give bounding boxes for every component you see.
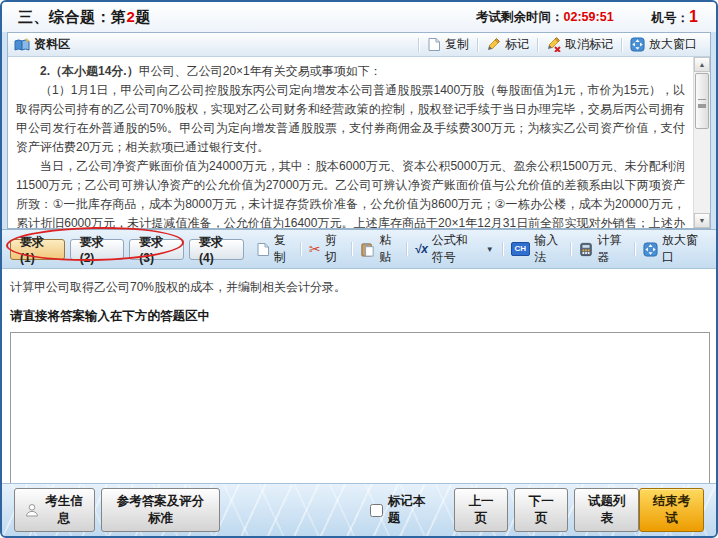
candidate-info-button[interactable]: 考生信息 <box>14 488 95 532</box>
calculator-label: 计算器 <box>597 232 626 266</box>
exam-window: 三、综合题：第2题 考试剩余时间：02:59:51 机号：1 资料区 复制 <box>0 0 718 538</box>
material-intro-rest: 甲公司、乙公司20×1年有关交易或事项如下： <box>139 64 382 78</box>
exam-timer: 考试剩余时间：02:59:51 <box>476 9 614 26</box>
material-header: 资料区 复制 标记 取消标记 <box>8 33 710 57</box>
question-list-label: 试题列表 <box>585 493 628 527</box>
end-exam-button[interactable]: 结束考试 <box>639 488 704 532</box>
paste-button[interactable]: 粘贴 <box>353 230 404 268</box>
unmark-icon <box>546 37 561 52</box>
cut-button[interactable]: ✂ 剪切 <box>302 230 350 268</box>
next-page-label: 下一页 <box>525 493 557 527</box>
tab-requirement-4[interactable]: 要求(4) <box>189 239 244 260</box>
formula-icon: √x <box>415 242 428 256</box>
material-scrollbar[interactable]: ▲ ▼ <box>693 57 710 228</box>
mark-button[interactable]: 标记 <box>479 34 536 55</box>
timer-label: 考试剩余时间： <box>476 10 564 24</box>
copy-label: 复制 <box>445 36 469 53</box>
scrollbar-grip <box>698 99 706 104</box>
prev-page-button[interactable]: 上一页 <box>454 488 508 532</box>
mark-question-checkbox[interactable] <box>370 504 383 517</box>
answer-enlarge-label: 放大窗口 <box>662 232 701 266</box>
tab-requirement-2[interactable]: 要求(2) <box>70 239 125 260</box>
timer-value: 02:59:51 <box>564 10 614 24</box>
scroll-up-arrow[interactable]: ▲ <box>694 57 710 72</box>
enlarge-window-button[interactable]: 放大窗口 <box>623 34 704 55</box>
reference-answer-button[interactable]: 参考答案及评分标准 <box>101 488 219 532</box>
footer-bar: 考生信息 参考答案及评分标准 标记本题 上一页 下一页 试题列表 结束考试 <box>2 483 716 536</box>
toolbar-divider <box>570 242 571 256</box>
answer-textarea[interactable] <box>10 332 710 483</box>
enlarge-window-icon <box>630 37 645 52</box>
candidate-info-label: 考生信息 <box>44 493 84 527</box>
machine-label: 机号： <box>652 11 690 25</box>
formula-label: 公式和符号 <box>432 232 480 266</box>
material-paragraph: （1）1月1日，甲公司向乙公司控股股东丙公司定向增发本公司普通股股票1400万股… <box>16 81 685 157</box>
material-intro: 2.（本小题14分.）甲公司、乙公司20×1年有关交易或事项如下： <box>16 62 685 81</box>
calculator-icon <box>579 242 593 257</box>
scrollbar-track[interactable] <box>694 130 710 213</box>
copy-button[interactable]: 复制 <box>420 34 476 55</box>
toolbar-divider <box>477 38 478 52</box>
copy-icon <box>256 242 270 257</box>
question-list-button[interactable]: 试题列表 <box>574 488 639 532</box>
enlarge-label: 放大窗口 <box>649 36 697 53</box>
ime-label: 输入法 <box>534 232 562 266</box>
calculator-button[interactable]: 计算器 <box>572 230 633 268</box>
paste-icon <box>360 242 375 257</box>
prev-page-label: 上一页 <box>465 493 497 527</box>
cut-label: 剪切 <box>325 232 344 266</box>
answer-toolbar: 复制 ✂ 剪切 粘贴 √x 公式和符号 ▼ CH 输入法 <box>249 230 708 268</box>
answer-copy-label: 复制 <box>274 232 292 266</box>
toolbar-divider <box>418 38 419 52</box>
toolbar-divider <box>621 38 622 52</box>
mark-question-label: 标记本题 <box>388 493 428 527</box>
material-panel-title: 资料区 <box>34 36 70 53</box>
book-icon <box>14 38 30 52</box>
reference-answer-label: 参考答案及评分标准 <box>112 493 208 527</box>
scissors-icon: ✂ <box>309 242 321 256</box>
toolbar-divider <box>351 242 352 256</box>
toolbar-divider <box>300 242 301 256</box>
mark-label: 标记 <box>505 36 529 53</box>
enlarge-window-icon <box>643 242 658 257</box>
page-title: 三、综合题：第2题 <box>18 8 151 27</box>
scrollbar-thumb[interactable] <box>695 73 709 129</box>
answer-enlarge-window-button[interactable]: 放大窗口 <box>636 230 708 268</box>
tab-requirement-1[interactable]: 要求(1) <box>10 239 65 260</box>
input-method-button[interactable]: CH 输入法 <box>504 230 570 268</box>
toolbar-divider <box>537 38 538 52</box>
mark-question-group: 标记本题 <box>370 493 428 527</box>
scroll-down-arrow[interactable]: ▼ <box>694 213 710 228</box>
answer-copy-button[interactable]: 复制 <box>249 230 299 268</box>
title-bar: 三、综合题：第2题 考试剩余时间：02:59:51 机号：1 <box>2 2 716 32</box>
paste-label: 粘贴 <box>379 232 397 266</box>
person-icon <box>25 503 39 517</box>
unmark-button[interactable]: 取消标记 <box>539 34 620 55</box>
toolbar-divider <box>502 242 503 256</box>
ime-ch-icon: CH <box>511 242 531 256</box>
answer-instruction: 请直接将答案输入在下方的答题区中 <box>10 308 708 325</box>
section-title-suffix: 题 <box>135 8 151 25</box>
toolbar-divider <box>634 242 635 256</box>
material-toolbar: 复制 标记 取消标记 放大窗口 <box>417 34 704 55</box>
copy-icon <box>427 37 441 52</box>
formula-symbols-button[interactable]: √x 公式和符号 ▼ <box>408 230 501 268</box>
requirement-tabbar: 要求(1) 要求(2) 要求(3) 要求(4) 复制 ✂ 剪切 粘贴 √x 公式… <box>2 229 716 269</box>
next-page-button[interactable]: 下一页 <box>514 488 568 532</box>
requirement-text: 计算甲公司取得乙公司70%股权的成本，并编制相关会计分录。 <box>10 279 708 296</box>
end-exam-label: 结束考试 <box>650 493 693 527</box>
toolbar-divider <box>406 242 407 256</box>
chevron-down-icon: ▼ <box>486 245 494 254</box>
tab-requirement-3[interactable]: 要求(3) <box>129 239 184 260</box>
material-paragraph: 当日，乙公司净资产账面价值为24000万元，其中：股本6000万元、资本公积50… <box>16 157 685 228</box>
material-panel: 资料区 复制 标记 取消标记 <box>7 32 711 229</box>
material-section: 资料区 复制 标记 取消标记 <box>2 32 716 229</box>
question-material-text: 2.（本小题14分.）甲公司、乙公司20×1年有关交易或事项如下： （1）1月1… <box>8 57 693 228</box>
machine-value: 1 <box>689 8 698 25</box>
answer-section: 计算甲公司取得乙公司70%股权的成本，并编制相关会计分录。 请直接将答案输入在下… <box>2 269 716 483</box>
section-title-prefix: 三、综合题：第 <box>18 8 127 25</box>
highlighter-icon <box>486 37 501 52</box>
unmark-label: 取消标记 <box>565 36 613 53</box>
machine-number: 机号：1 <box>652 8 702 27</box>
material-content: 2.（本小题14分.）甲公司、乙公司20×1年有关交易或事项如下： （1）1月1… <box>8 57 710 228</box>
